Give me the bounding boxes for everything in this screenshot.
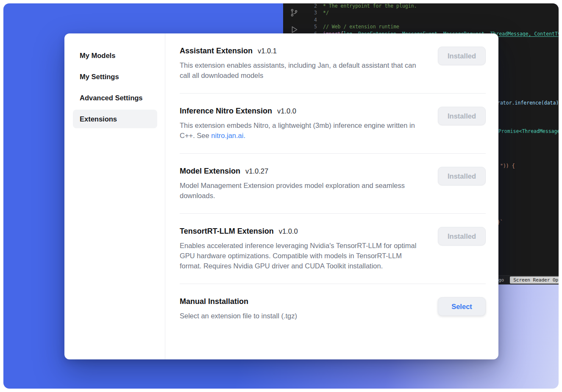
code-comment: * The entrypoint for the plugin. <box>323 3 417 9</box>
extension-version: v1.0.0 <box>279 227 298 235</box>
code-area: 2 * The entrypoint for the plugin. 3 */ … <box>305 3 559 37</box>
screen-reader-badge[interactable]: Screen Reader Optimized <box>510 276 559 284</box>
nitro-link[interactable]: nitro.jan.ai. <box>211 132 245 139</box>
extension-row-inference-nitro: Inference Nitro Extension v1.0.0 This ex… <box>180 94 486 154</box>
extension-row-model: Model Extension v1.0.27 Model Management… <box>180 154 486 214</box>
extensions-panel: Assistant Extension v1.0.1 This extensio… <box>165 33 498 359</box>
extension-info: Assistant Extension v1.0.1 This extensio… <box>180 47 425 80</box>
extension-info: Manual Installation Select an extension … <box>180 297 297 321</box>
extension-row-tensorrt-llm: TensortRT-LLM Extension v1.0.0 Enables a… <box>180 214 486 284</box>
settings-sidebar: My Models My Settings Advanced Settings … <box>64 33 165 359</box>
extension-title: TensortRT-LLM Extension <box>180 227 274 236</box>
select-file-button[interactable]: Select <box>438 297 486 316</box>
code-line: 4 <box>305 17 559 23</box>
source-control-icon[interactable] <box>289 8 299 18</box>
desktop-background: 2 * The entrypoint for the plugin. 3 */ … <box>3 3 559 389</box>
extension-title: Inference Nitro Extension <box>180 107 272 116</box>
sidebar-item-label: Extensions <box>80 115 117 123</box>
code-comment: */ <box>323 9 329 16</box>
sidebar-item-advanced-settings[interactable]: Advanced Settings <box>73 88 157 107</box>
line-number: 2 <box>305 3 317 9</box>
extension-info: Model Extension v1.0.27 Model Management… <box>180 167 425 201</box>
extension-version: v1.0.27 <box>245 167 268 175</box>
editor-activity-bar <box>283 8 305 35</box>
sidebar-item-label: Advanced Settings <box>80 94 143 102</box>
code-line: 5 // Web / extension runtime <box>305 23 559 30</box>
installed-button[interactable]: Installed <box>438 47 486 65</box>
extension-info: Inference Nitro Extension v1.0.0 This ex… <box>180 107 425 141</box>
code-fragment: ")) { <box>500 163 515 169</box>
line-number: 3 <box>305 9 317 16</box>
installed-button[interactable]: Installed <box>438 227 486 246</box>
code-fragment: Promise<ThreadMessage> <box>498 128 559 134</box>
extension-description: Enables accelerated inference leveraging… <box>180 240 425 271</box>
sidebar-item-my-models[interactable]: My Models <box>73 46 157 65</box>
extension-info: TensortRT-LLM Extension v1.0.0 Enables a… <box>180 227 425 271</box>
line-number: 5 <box>305 23 317 30</box>
sidebar-item-extensions[interactable]: Extensions <box>73 110 157 128</box>
manual-installation-title: Manual Installation <box>180 297 248 306</box>
code-line: 3 */ <box>305 9 559 16</box>
extension-version: v1.0.0 <box>277 107 296 115</box>
extension-version: v1.0.1 <box>258 47 277 55</box>
manual-installation-description: Select an extension file to install (.tg… <box>180 311 297 321</box>
settings-modal: My Models My Settings Advanced Settings … <box>64 33 498 359</box>
extension-description: This extension enables assistants, inclu… <box>180 60 425 80</box>
code-line: 2 * The entrypoint for the plugin. <box>305 3 559 9</box>
code-fragment: rator.inference(data)); <box>497 100 559 106</box>
extension-row-assistant: Assistant Extension v1.0.1 This extensio… <box>180 33 486 94</box>
extension-title: Model Extension <box>180 167 240 176</box>
sidebar-item-label: My Settings <box>80 73 119 81</box>
sidebar-item-my-settings[interactable]: My Settings <box>73 67 157 86</box>
code-comment: // Web / extension runtime <box>323 23 399 30</box>
status-text: go <box>498 277 504 283</box>
installed-button[interactable]: Installed <box>438 167 486 185</box>
extension-description: This extension embeds Nitro, a lightweig… <box>180 120 425 141</box>
line-number: 4 <box>305 17 317 23</box>
extension-title: Assistant Extension <box>180 47 253 55</box>
manual-installation-row: Manual Installation Select an extension … <box>180 284 486 334</box>
installed-button[interactable]: Installed <box>438 107 486 125</box>
extension-description: Model Management Extension provides mode… <box>180 180 425 201</box>
sidebar-item-label: My Models <box>80 52 115 60</box>
